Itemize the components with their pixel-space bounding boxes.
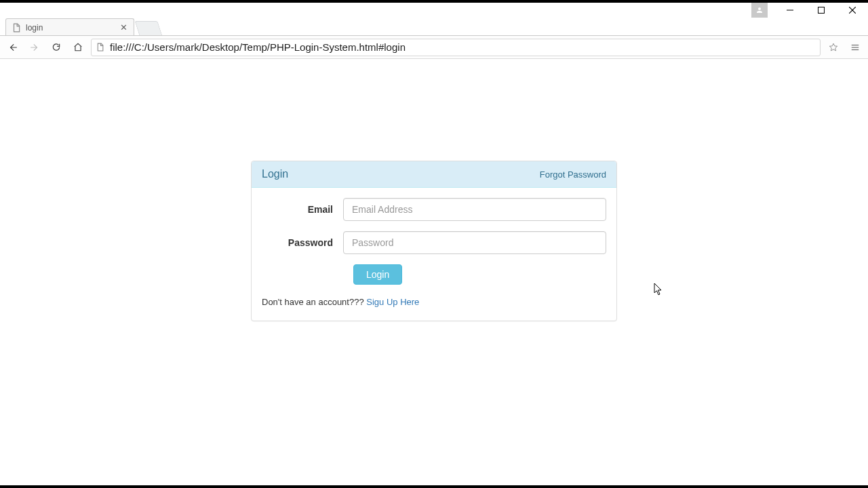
password-label: Password xyxy=(262,237,343,248)
hamburger-icon xyxy=(850,42,860,53)
tab-title: login xyxy=(26,23,119,33)
reload-icon xyxy=(52,42,61,52)
minimize-button[interactable] xyxy=(774,3,806,18)
file-icon xyxy=(12,23,21,33)
signup-link[interactable]: Sigu Up Here xyxy=(366,297,419,307)
login-panel: Login Forgot Password Email Password Log… xyxy=(251,161,617,321)
address-bar[interactable] xyxy=(91,39,821,56)
file-icon xyxy=(96,43,104,52)
signup-footer: Don't have an account??? Sigu Up Here xyxy=(262,297,606,307)
back-button[interactable] xyxy=(4,39,22,56)
tab-close-button[interactable]: ✕ xyxy=(119,23,128,33)
url-input[interactable] xyxy=(108,41,816,54)
user-icon xyxy=(755,6,764,14)
new-tab-button[interactable] xyxy=(134,21,162,36)
panel-heading: Login Forgot Password xyxy=(252,161,616,188)
panel-title: Login xyxy=(262,168,288,180)
minimize-icon xyxy=(787,7,793,14)
browser-menu-button[interactable] xyxy=(846,39,864,56)
email-input[interactable] xyxy=(343,198,606,221)
password-row: Password xyxy=(262,231,606,254)
maximize-button[interactable] xyxy=(806,3,837,18)
email-label: Email xyxy=(262,204,343,215)
login-button[interactable]: Login xyxy=(353,264,402,285)
mouse-cursor-icon xyxy=(654,283,663,296)
email-row: Email xyxy=(262,198,606,221)
panel-body: Email Password Login Don't have an accou… xyxy=(252,188,616,321)
browser-toolbar xyxy=(0,36,868,59)
browser-window: login ✕ Logi xyxy=(0,3,868,485)
close-window-button[interactable] xyxy=(837,3,868,18)
page-viewport: Login Forgot Password Email Password Log… xyxy=(0,59,868,485)
window-controls xyxy=(774,3,868,18)
password-input[interactable] xyxy=(343,231,606,254)
arrow-right-icon xyxy=(30,42,39,53)
browser-tab[interactable]: login ✕ xyxy=(5,18,134,36)
forgot-password-link[interactable]: Forgot Password xyxy=(540,169,606,180)
submit-row: Login xyxy=(262,264,606,285)
window-titlebar xyxy=(0,3,868,18)
reload-button[interactable] xyxy=(47,39,65,56)
bookmark-button[interactable] xyxy=(825,39,842,56)
profile-badge[interactable] xyxy=(751,3,768,18)
maximize-icon xyxy=(818,7,825,14)
close-icon xyxy=(849,7,856,14)
arrow-left-icon xyxy=(8,42,18,53)
star-icon xyxy=(829,42,838,53)
forward-button[interactable] xyxy=(26,39,43,56)
home-icon xyxy=(73,42,83,52)
tab-strip: login ✕ xyxy=(0,18,868,36)
svg-rect-1 xyxy=(818,7,825,14)
home-button[interactable] xyxy=(69,39,87,56)
signup-prompt: Don't have an account??? xyxy=(262,297,366,307)
